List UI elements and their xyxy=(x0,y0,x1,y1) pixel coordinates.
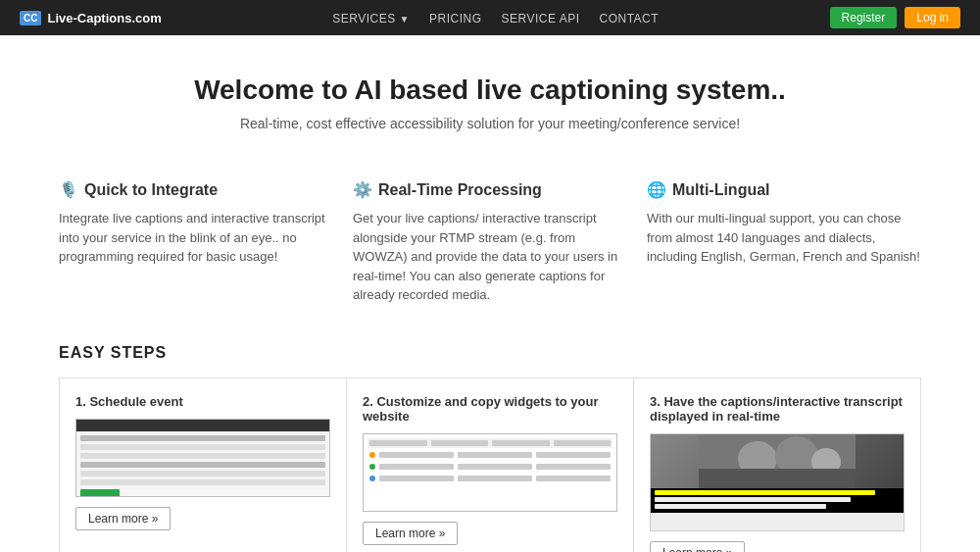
nav-actions: Register Log in xyxy=(830,7,960,28)
features-section: 🎙️ Quick to Integrate Integrate live cap… xyxy=(0,151,980,325)
hero-section: Welcome to AI based live captioning syst… xyxy=(0,35,980,151)
feature-multilingual-description: With our multi-lingual support, you can … xyxy=(647,209,921,267)
feature-integrate-description: Integrate live captions and interactive … xyxy=(59,209,333,267)
integrate-icon: 🎙️ xyxy=(59,180,78,199)
step-1-title: 1. Schedule event xyxy=(75,394,330,409)
step-3-image xyxy=(650,433,905,531)
feature-realtime-title: ⚙️ Real-Time Processing xyxy=(353,180,627,199)
hero-heading: Welcome to AI based live captioning syst… xyxy=(20,75,960,106)
brand: CC Live-Captions.com xyxy=(20,11,162,25)
step-3-learn-more-button[interactable]: Learn more » xyxy=(650,541,745,553)
step-2-image xyxy=(363,433,617,512)
svg-rect-4 xyxy=(699,469,856,488)
service-api-link[interactable]: SERVICE API xyxy=(502,12,580,25)
feature-multilingual: 🌐 Multi-Lingual With our multi-lingual s… xyxy=(647,180,921,305)
nav-links: SERVICES ▼ PRICING SERVICE API CONTACT xyxy=(332,10,659,25)
feature-integrate-title: 🎙️ Quick to Integrate xyxy=(59,180,333,199)
step-3-captions xyxy=(651,488,904,513)
brand-logo-icon: CC xyxy=(20,11,41,25)
hero-subheading: Real-time, cost effective accessibility … xyxy=(20,116,960,131)
register-button[interactable]: Register xyxy=(830,7,898,28)
brand-name: Live-Captions.com xyxy=(47,11,161,25)
login-button[interactable]: Log in xyxy=(905,7,960,28)
nav-item-service-api[interactable]: SERVICE API xyxy=(502,10,580,25)
steps-grid: 1. Schedule event Learn more » 2. Custom… xyxy=(59,377,921,553)
step-3-title: 3. Have the captions/interactive transcr… xyxy=(650,394,905,424)
step-2-title: 2. Customize and copy widgets to your we… xyxy=(363,394,617,424)
step-1: 1. Schedule event Learn more » xyxy=(60,378,347,553)
easy-steps-section: EASY STEPS 1. Schedule event Learn more … xyxy=(0,325,980,553)
feature-realtime: ⚙️ Real-Time Processing Get your live ca… xyxy=(353,180,627,305)
contact-link[interactable]: CONTACT xyxy=(599,12,659,25)
step-2-learn-more-button[interactable]: Learn more » xyxy=(363,522,458,545)
nav-item-services[interactable]: SERVICES ▼ xyxy=(332,10,410,25)
feature-realtime-description: Get your live captions/ interactive tran… xyxy=(353,209,627,305)
nav-item-pricing[interactable]: PRICING xyxy=(429,10,482,25)
nav-item-contact[interactable]: CONTACT xyxy=(599,10,659,25)
multilingual-icon: 🌐 xyxy=(647,180,666,199)
realtime-icon: ⚙️ xyxy=(353,180,372,199)
step-3: 3. Have the captions/interactive transcr… xyxy=(634,378,920,553)
step-2: 2. Customize and copy widgets to your we… xyxy=(347,378,634,553)
navbar: CC Live-Captions.com SERVICES ▼ PRICING … xyxy=(0,0,980,35)
step-1-image xyxy=(75,419,330,497)
easy-steps-title: EASY STEPS xyxy=(59,344,921,362)
pricing-link[interactable]: PRICING xyxy=(429,12,482,25)
feature-integrate: 🎙️ Quick to Integrate Integrate live cap… xyxy=(59,180,333,305)
step-3-photo xyxy=(651,434,904,488)
services-dropdown-arrow: ▼ xyxy=(400,14,410,25)
step-1-learn-more-button[interactable]: Learn more » xyxy=(75,507,171,530)
services-link[interactable]: SERVICES ▼ xyxy=(332,12,410,25)
feature-multilingual-title: 🌐 Multi-Lingual xyxy=(647,180,921,199)
